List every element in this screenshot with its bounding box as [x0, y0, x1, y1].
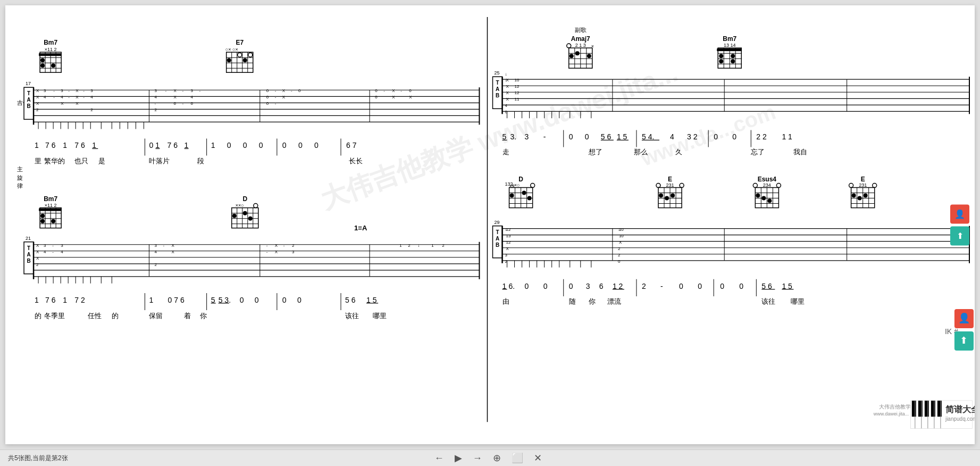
tab-note: 0	[375, 95, 378, 99]
user-icon: 👤	[954, 209, 965, 219]
tab-note: X	[36, 101, 39, 106]
tab-note: X	[409, 95, 412, 99]
label-melody-bottom: 旋	[17, 174, 23, 181]
lyric-r2-3: 你	[588, 297, 596, 305]
tab-note: -	[83, 88, 85, 93]
prev-button[interactable]: ←	[432, 452, 446, 465]
tab-note-r: 12	[515, 90, 520, 95]
tab-note: -	[400, 88, 402, 93]
tab-note-r: 10	[515, 78, 520, 82]
side-btn-user[interactable]: 👤	[950, 204, 969, 223]
play-button[interactable]: ▶	[453, 451, 464, 465]
lyric-1-3: 也只	[74, 157, 88, 165]
notation-1-4: 7 6	[74, 141, 85, 149]
logo-watermark-url: www.dawei.jita...	[873, 411, 909, 417]
svg-point-23	[243, 58, 247, 62]
chord-bm7-top-label: Bm7	[44, 39, 57, 46]
tab-note: X	[36, 243, 39, 248]
notation-2-12: 0	[297, 296, 301, 304]
tab-note: X	[275, 243, 278, 248]
tab-note: X	[172, 243, 175, 248]
tab-note: -	[53, 88, 55, 93]
notation-1-9: 1	[211, 141, 215, 149]
svg-point-172	[522, 191, 526, 195]
tab-note: X	[172, 249, 175, 254]
notation-2-1: 1	[35, 296, 39, 304]
tab-label-a2: A	[27, 252, 30, 257]
tab-note: 2	[90, 107, 93, 112]
tab-note-r: X	[506, 84, 509, 89]
notation-r2-13: 0	[720, 282, 724, 290]
chord-amaj7-x: ×	[591, 44, 594, 49]
tab-note: 2	[36, 262, 39, 267]
tab-note-r2: X	[506, 246, 509, 251]
tab-note: 3	[61, 243, 63, 248]
next-button[interactable]: →	[471, 452, 484, 465]
tab-note: -	[163, 243, 164, 248]
notation-r1-3: 3	[525, 132, 529, 141]
chord-bm7-bot-fret: ×11 2	[45, 203, 57, 208]
notation-r2-11: 0	[679, 282, 683, 290]
tab-note: 4	[154, 95, 157, 99]
svg-point-78	[243, 211, 247, 215]
bottom-controls: ← ▶ → ⊕ ⬜ ✕	[432, 451, 544, 465]
tab-note: 2	[442, 243, 445, 248]
notation-1-11: 0	[243, 141, 247, 149]
chord-e-label: E	[668, 176, 672, 183]
svg-rect-0	[5, 6, 975, 443]
side-btn-person-icon[interactable]: 👤	[958, 312, 970, 324]
tab-note: X	[36, 95, 39, 99]
tab-note-r: 4	[505, 103, 508, 108]
tab-note: 0	[375, 88, 378, 93]
chord-d-bot-label: D	[242, 195, 247, 203]
svg-point-195	[761, 196, 766, 201]
notation-2-5: 1	[149, 296, 153, 304]
fullscreen-button[interactable]: ⬜	[509, 451, 525, 465]
tab-note: X	[282, 95, 286, 99]
tab-note-r2: 2	[618, 246, 621, 251]
tab-note-r: 11	[515, 97, 520, 102]
lyric-2-3: 任性	[87, 312, 102, 320]
tab-note-r2: 3	[505, 253, 508, 257]
tab-note: -	[165, 88, 166, 93]
section-fugue: 副歌	[575, 27, 587, 33]
tab-label-ar2: A	[496, 236, 499, 242]
tab-label-tr1: T	[496, 80, 499, 86]
notation-r2-5: 0	[569, 282, 573, 290]
tab-note: 3	[90, 88, 93, 93]
notation-r1-13: 0	[732, 132, 736, 141]
notation-r1-15: 1 1	[782, 132, 792, 141]
tab-note: 2	[154, 107, 157, 112]
side-btn-upload-icon[interactable]: ⬆	[960, 335, 968, 346]
notation-r2-2: 6.	[509, 282, 515, 290]
notation-r1-12: 0	[714, 132, 718, 141]
notation-1-1: 1	[35, 141, 39, 149]
lyric-2-7: 你	[199, 312, 207, 320]
notation-2-2: 7 6	[45, 296, 56, 304]
lyric-2-5: 保留	[149, 312, 163, 320]
notation-2-3: 1	[63, 296, 67, 304]
svg-rect-244	[918, 401, 923, 417]
tab-note: 2	[292, 243, 295, 248]
tab-note: -	[53, 95, 55, 99]
svg-point-208	[864, 194, 868, 198]
tab-note: 4	[44, 95, 46, 99]
tab-note: 3	[61, 88, 63, 93]
tab-note: 0	[266, 95, 269, 99]
tab-label-t2: T	[27, 245, 30, 251]
svg-point-67	[40, 219, 45, 223]
chord-e-fret: 231	[666, 182, 674, 188]
svg-point-10	[40, 63, 45, 68]
notation-1-10: 0	[227, 141, 231, 149]
notation-2-11: 0	[282, 296, 287, 304]
tab-note-r: ↓	[505, 72, 507, 77]
tab-note: -	[182, 101, 184, 106]
tab-note: 0	[409, 88, 412, 93]
side-btn-share[interactable]: ⬆	[950, 226, 969, 245]
close-button[interactable]: ✕	[532, 451, 544, 465]
tab-note: 3	[292, 249, 295, 254]
tab-note: X	[36, 256, 39, 261]
tab-note-r2: 2	[618, 253, 621, 257]
zoom-button[interactable]: ⊕	[491, 451, 503, 465]
page-info: 共5张图,当前是第2张	[8, 454, 68, 463]
